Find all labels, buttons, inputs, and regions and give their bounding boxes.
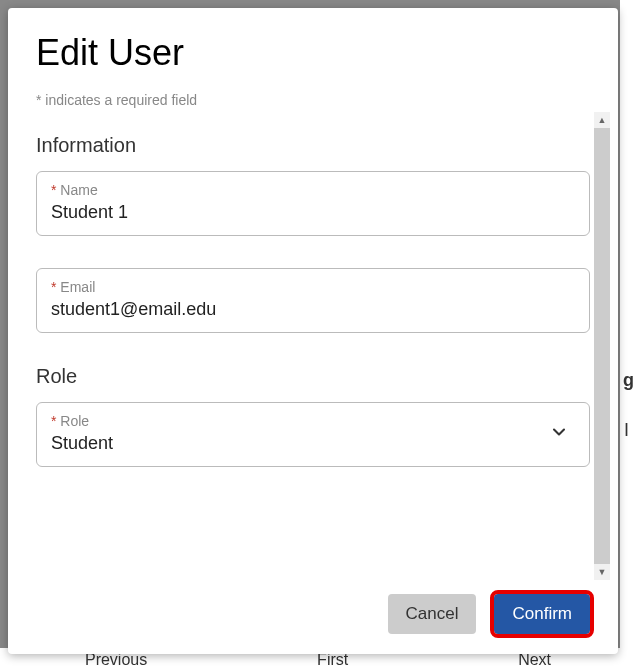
role-select-container[interactable]: * Role Student [36, 402, 590, 467]
role-value: Student [51, 433, 543, 454]
confirm-button[interactable]: Confirm [494, 594, 590, 634]
chevron-down-icon [543, 422, 575, 446]
vertical-scrollbar[interactable]: ▲ ▼ [594, 112, 610, 580]
name-label: * Name [51, 182, 575, 198]
email-field-container[interactable]: * Email [36, 268, 590, 333]
email-label: * Email [51, 279, 575, 295]
background-right-strip: g I [620, 0, 636, 672]
scroll-up-arrow-icon[interactable]: ▲ [594, 112, 610, 128]
cancel-button[interactable]: Cancel [388, 594, 477, 634]
modal-scroll-area: Information * Name * Email Role * Role S… [36, 112, 610, 580]
name-field-container[interactable]: * Name [36, 171, 590, 236]
section-title-information: Information [36, 134, 590, 157]
section-title-role: Role [36, 365, 590, 388]
modal-title: Edit User [36, 32, 590, 74]
modal-footer: Cancel Confirm [36, 580, 590, 634]
role-label: * Role [51, 413, 543, 429]
name-input[interactable] [51, 202, 575, 223]
email-input[interactable] [51, 299, 575, 320]
scroll-down-arrow-icon[interactable]: ▼ [594, 564, 610, 580]
edit-user-modal: Edit User * indicates a required field I… [8, 8, 618, 654]
scrollbar-track[interactable] [594, 128, 610, 564]
required-field-note: * indicates a required field [36, 92, 590, 108]
